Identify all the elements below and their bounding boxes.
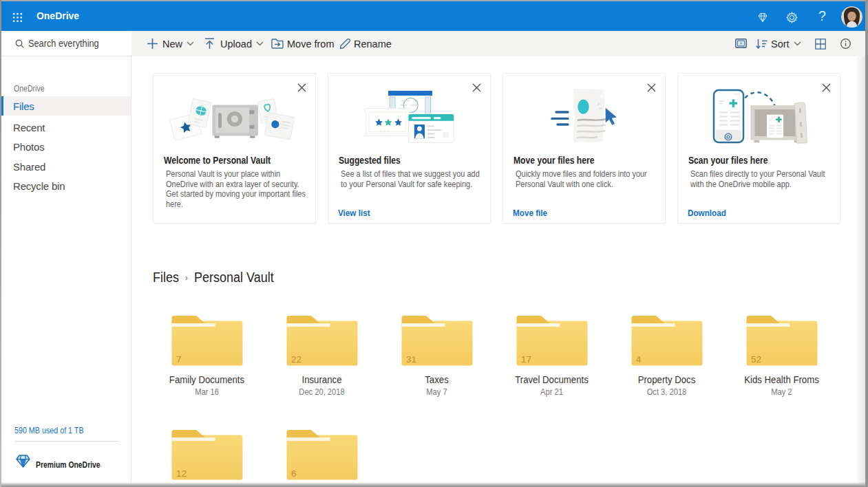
svg-text:4: 4	[636, 354, 642, 365]
svg-text:17: 17	[521, 354, 531, 365]
svg-text:7: 7	[176, 354, 182, 365]
svg-text:6: 6	[291, 468, 297, 479]
svg-text:52: 52	[751, 354, 761, 365]
svg-text:31: 31	[406, 354, 416, 365]
svg-text:12: 12	[176, 468, 187, 479]
svg-text:22: 22	[291, 354, 301, 365]
